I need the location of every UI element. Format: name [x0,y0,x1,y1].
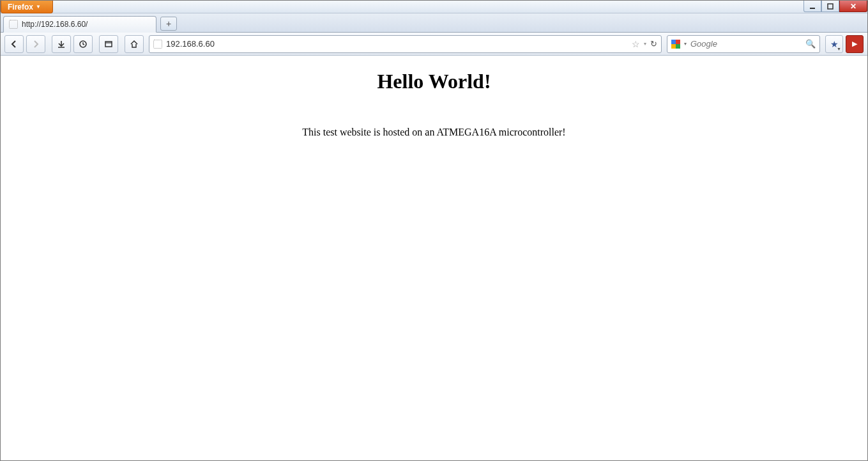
history-button[interactable] [73,35,93,53]
maximize-button[interactable] [821,1,839,12]
download-icon [57,40,66,49]
window-controls: ✕ [803,1,867,13]
reload-icon[interactable]: ↻ [650,39,657,49]
maximize-icon [827,3,834,10]
urlbar-right: ☆ ▾ ↻ [632,39,657,49]
history-icon [79,40,88,49]
fullscreen-button[interactable] [99,35,118,53]
minimize-button[interactable] [803,1,821,12]
browser-window: Firefox ▼ ✕ http://192.168.6.60/ + [0,0,868,461]
chevron-down-icon: ▼ [36,4,41,10]
page-content: Hello World! This test website is hosted… [1,56,867,460]
page-body-text: This test website is hosted on an ATMEGA… [1,127,867,138]
tab-title: http://192.168.6.60/ [22,20,88,29]
bookmarks-menu-button[interactable]: ★ ▼ [825,35,843,53]
bookmark-star-icon[interactable]: ☆ [632,39,640,49]
minimize-icon [809,3,816,10]
titlebar: Firefox ▼ ✕ [1,1,867,13]
firefox-menu-label: Firefox [8,3,33,12]
search-icon[interactable]: 🔍 [805,39,816,49]
page-heading: Hello World! [1,70,867,93]
separator [48,36,49,52]
favicon-icon [9,20,18,29]
urlbar-dropdown-icon[interactable]: ▾ [644,41,646,47]
firefox-menu-button[interactable]: Firefox ▼ [1,1,53,13]
search-bar[interactable]: ▾ 🔍 [667,35,820,53]
play-icon: ▶ [852,40,857,48]
site-identity-icon[interactable] [153,40,162,49]
url-bar[interactable]: ☆ ▾ ↻ [149,35,662,53]
back-button[interactable] [4,35,24,53]
new-tab-button[interactable]: + [160,17,177,31]
downloads-button[interactable] [52,35,71,53]
tab-active[interactable]: http://192.168.6.60/ [3,16,156,33]
url-input[interactable] [166,39,628,49]
svg-rect-3 [105,42,112,47]
forward-icon [31,40,40,49]
svg-rect-1 [828,4,833,9]
google-icon[interactable] [671,40,680,49]
search-input[interactable] [690,39,802,49]
tab-strip: http://192.168.6.60/ + [1,13,867,33]
back-icon [10,40,19,49]
nav-toolbar: ☆ ▾ ↻ ▾ 🔍 ★ ▼ ▶ [1,33,867,56]
separator [121,36,122,52]
close-button[interactable]: ✕ [839,1,867,12]
plus-icon: + [166,19,171,29]
home-button[interactable] [125,35,144,53]
fullscreen-icon [104,40,113,49]
search-engine-dropdown-icon[interactable]: ▾ [684,41,687,47]
close-icon: ✕ [850,2,857,11]
home-icon [130,40,139,49]
addon-button[interactable]: ▶ [846,35,864,53]
forward-button[interactable] [26,35,45,53]
chevron-down-icon: ▼ [837,47,841,51]
separator [95,36,96,52]
toolbar-right: ★ ▼ ▶ [825,35,864,53]
